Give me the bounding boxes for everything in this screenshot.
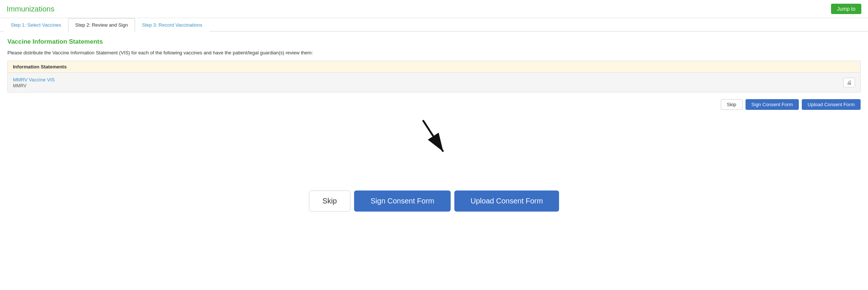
app-title: Immunizations: [7, 5, 54, 13]
arrow-annotation: [0, 117, 868, 161]
mmrv-vaccine-vis-link[interactable]: MMRV Vaccine VIS: [13, 77, 55, 82]
jump-to-button[interactable]: Jump to: [831, 4, 861, 14]
upload-consent-button-large[interactable]: Upload Consent Form: [454, 190, 559, 212]
svg-line-1: [423, 120, 443, 152]
main-content: Vaccine Information Statements Please di…: [0, 31, 868, 117]
skip-button-large[interactable]: Skip: [309, 190, 351, 212]
skip-button-small[interactable]: Skip: [721, 99, 743, 110]
print-button[interactable]: 🖨: [843, 78, 855, 87]
row-content: MMRV Vaccine VIS MMRV: [13, 77, 55, 88]
tab-select-vaccines[interactable]: Step 1: Select Vaccines: [4, 18, 68, 31]
sign-consent-button-small[interactable]: Sign Consent Form: [746, 99, 799, 110]
vaccine-sub-label: MMRV: [13, 83, 55, 88]
print-icon: 🖨: [847, 80, 852, 85]
top-bar: Immunizations Jump to: [0, 0, 868, 18]
table-row: MMRV Vaccine VIS MMRV 🖨: [8, 73, 860, 92]
tabs-bar: Step 1: Select Vaccines Step 2: Review a…: [0, 18, 868, 31]
sign-consent-button-large[interactable]: Sign Consent Form: [354, 190, 450, 212]
section-description: Please distribute the Vaccine Informatio…: [7, 50, 861, 55]
information-statements-table: Information Statements MMRV Vaccine VIS …: [7, 61, 861, 92]
large-buttons-row: Skip Sign Consent Form Upload Consent Fo…: [0, 190, 868, 212]
action-buttons-row: Skip Sign Consent Form Upload Consent Fo…: [7, 99, 861, 110]
arrow-svg: [412, 117, 456, 157]
upload-consent-button-small[interactable]: Upload Consent Form: [802, 99, 861, 110]
tab-review-and-sign[interactable]: Step 2: Review and Sign: [68, 18, 135, 31]
section-title: Vaccine Information Statements: [7, 38, 861, 45]
tab-record-vaccinations[interactable]: Step 3: Record Vaccinations: [135, 18, 209, 31]
table-header: Information Statements: [8, 61, 860, 73]
